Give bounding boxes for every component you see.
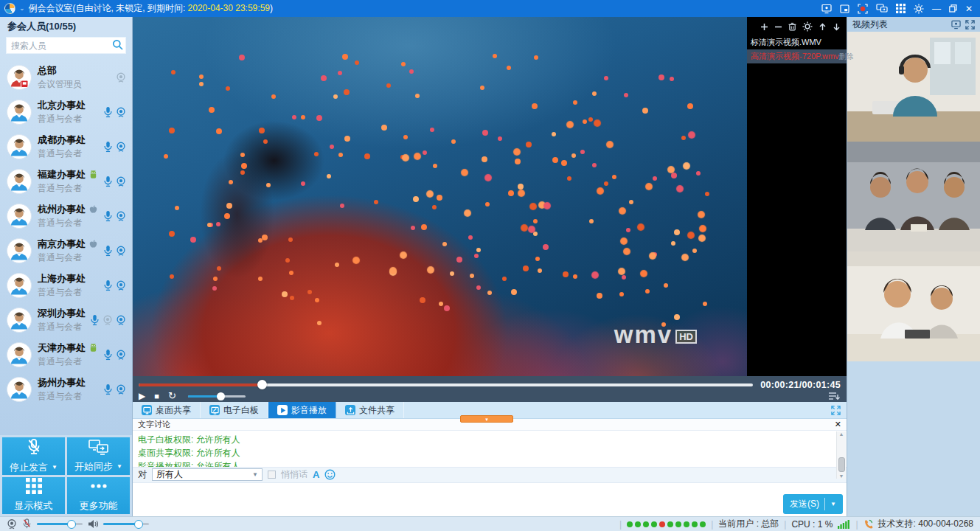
window-mode-icon[interactable] [840, 4, 849, 13]
participant-row[interactable]: 南京办事处普通与会者 [0, 233, 132, 268]
fullscreen-icon[interactable] [831, 406, 841, 415]
button-label: 停止发言▼ [10, 461, 58, 474]
participant-role: 普通与会者 [38, 390, 86, 403]
screenshare-icon[interactable] [821, 4, 832, 14]
record-icon[interactable] [858, 4, 868, 14]
participant-row[interactable]: 杭州办事处普通与会者 [0, 198, 132, 233]
mic-muted-icon[interactable] [22, 518, 32, 530]
avatar [7, 100, 32, 125]
stop-speaking-button[interactable]: 停止发言▼ [2, 437, 65, 475]
scroll-thumb[interactable] [838, 457, 845, 472]
mic-icon[interactable] [103, 349, 113, 361]
close-button[interactable]: ✕ [965, 4, 973, 13]
participant-row[interactable]: 总部会议管理员 [0, 60, 132, 94]
mic-icon[interactable] [103, 141, 113, 153]
mic-icon[interactable] [103, 280, 113, 291]
emoji-icon[interactable] [324, 469, 336, 480]
tab-whiteboard[interactable]: 电子白板 [201, 402, 268, 418]
settings-gear-icon[interactable] [914, 4, 924, 14]
chat-scrollbar[interactable]: ▲ ▼ [836, 431, 846, 479]
volume-slider[interactable] [188, 395, 246, 398]
sync-screens-icon[interactable] [876, 4, 888, 13]
webcam-icon-gray[interactable] [102, 314, 113, 326]
webcam-icon[interactable] [116, 280, 126, 291]
add-media-icon[interactable] [760, 23, 768, 31]
display-mode-button[interactable]: 显示模式 [2, 477, 65, 515]
delete-link[interactable]: 删除 [839, 52, 854, 62]
participant-row[interactable]: 成都办事处普通与会者 [0, 129, 132, 164]
play-button[interactable]: ▶ [139, 391, 145, 401]
webcam-icon[interactable] [116, 245, 126, 257]
chevron-down-icon[interactable]: ⌄ [19, 5, 25, 12]
minimize-button[interactable]: — [932, 4, 941, 13]
scroll-down-icon[interactable]: ▼ [839, 473, 844, 479]
move-down-icon[interactable] [833, 23, 841, 31]
participant-row[interactable]: 扬州办事处普通与会者 [0, 372, 132, 406]
mic-icon[interactable] [103, 176, 113, 187]
webcam-icon[interactable] [116, 210, 126, 222]
participant-row[interactable]: 深圳办事处普通与会者 [0, 302, 132, 337]
message-input[interactable] [133, 483, 847, 517]
webcam-icon[interactable] [116, 314, 126, 326]
search-input[interactable] [6, 37, 126, 54]
tabbar: 桌面共享电子白板影音播放文件共享 ▾ [133, 402, 847, 419]
chat-close-icon[interactable]: ✕ [835, 420, 841, 429]
display-grid-icon[interactable] [896, 4, 906, 13]
video-content[interactable]: wmv HD [133, 17, 747, 376]
move-up-icon[interactable] [819, 23, 827, 31]
mic-icon[interactable] [103, 210, 113, 222]
participant-name: 杭州办事处 [38, 203, 98, 216]
mic-volume-slider[interactable] [37, 523, 83, 525]
whisper-checkbox[interactable] [268, 471, 276, 479]
volume-handle[interactable] [217, 392, 225, 400]
webcam-icon-gray[interactable] [116, 72, 126, 83]
webcam-icon[interactable] [116, 349, 126, 361]
speaker-volume-slider[interactable] [103, 523, 149, 525]
stop-button[interactable]: ■ [154, 391, 159, 401]
seek-bar[interactable] [139, 384, 753, 386]
scroll-up-icon[interactable]: ▲ [839, 431, 844, 437]
mic-icon[interactable] [103, 245, 113, 257]
playlist-item[interactable]: 高清演示视频-720P.wmv删除 [747, 49, 847, 63]
playlist-toggle-icon[interactable] [828, 392, 841, 401]
participant-role: 普通与会者 [38, 321, 86, 333]
webcam-icon[interactable] [116, 106, 126, 118]
seek-handle[interactable] [257, 380, 267, 389]
participant-row[interactable]: 福建办事处普通与会者 [0, 164, 132, 198]
speaker-icon[interactable] [88, 519, 98, 529]
send-label: 发送(S) [790, 498, 819, 510]
font-icon[interactable]: A [313, 469, 319, 480]
send-button[interactable]: 发送(S) ▼ [783, 494, 843, 514]
maximize-button[interactable] [949, 4, 957, 13]
more-functions-button[interactable]: 更多功能 [67, 477, 130, 515]
participant-row[interactable]: 上海办事处普通与会者 [0, 268, 132, 302]
webcam-status-icon[interactable] [7, 518, 17, 530]
tab-label: 文件共享 [359, 404, 395, 417]
trash-icon[interactable] [788, 22, 796, 31]
tab-desktop-share[interactable]: 桌面共享 [133, 402, 201, 418]
webcam-icon[interactable] [116, 176, 126, 187]
tab-media-play[interactable]: 影音播放 [268, 402, 336, 418]
search-icon[interactable] [112, 39, 123, 53]
loop-button[interactable]: ↻ [168, 391, 176, 401]
remove-media-icon[interactable] [774, 23, 782, 31]
video-thumbnail[interactable] [847, 32, 980, 142]
participant-row[interactable]: 北京办事处普通与会者 [0, 94, 132, 129]
send-dropdown-icon[interactable]: ▼ [830, 501, 836, 507]
playlist-item[interactable]: 标清演示视频.WMV [747, 35, 847, 49]
video-thumbnail[interactable] [847, 251, 980, 361]
participant-row[interactable]: 天津办事处普通与会者 [0, 337, 132, 372]
tab-file-share[interactable]: 文件共享 [336, 402, 404, 418]
playlist-settings-icon[interactable] [802, 21, 813, 32]
video-thumbnail[interactable] [847, 142, 980, 251]
expand-icon[interactable] [965, 20, 975, 30]
mic-icon[interactable] [90, 314, 100, 326]
collapse-handle[interactable]: ▾ [460, 415, 513, 423]
mic-icon[interactable] [103, 106, 113, 118]
webcam-icon[interactable] [116, 384, 126, 395]
monitor-icon[interactable] [951, 20, 961, 30]
mic-icon[interactable] [103, 384, 113, 395]
start-sync-button[interactable]: 开始同步▼ [67, 437, 130, 475]
recipient-select[interactable]: 所有人 ▼ [152, 468, 263, 481]
webcam-icon[interactable] [116, 141, 126, 153]
